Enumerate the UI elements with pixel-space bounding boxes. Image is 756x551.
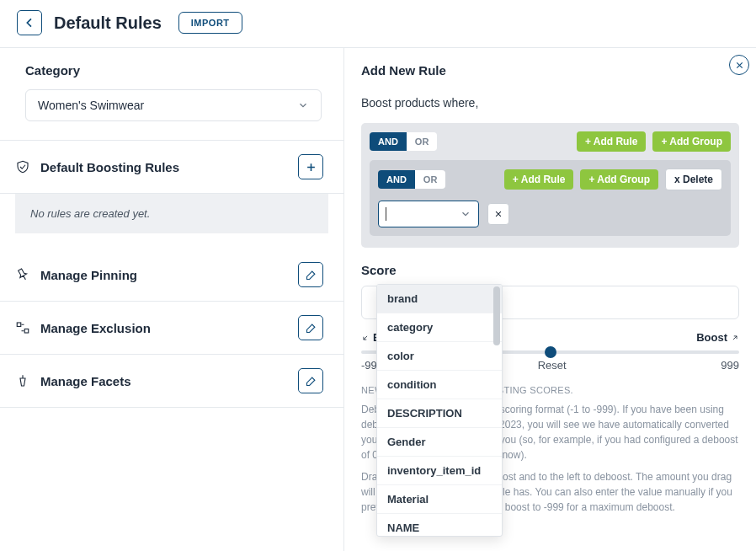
svg-rect-1 (24, 329, 29, 334)
slider-handle[interactable] (545, 346, 556, 358)
and-segment[interactable]: AND (378, 170, 415, 189)
dropdown-option[interactable]: DESCRIPTION (377, 399, 502, 428)
slider-max: 999 (721, 359, 739, 372)
edit-icon (305, 269, 317, 281)
category-select[interactable]: Women's Swimwear (25, 89, 322, 121)
add-group-button-inner[interactable]: + Add Group (580, 169, 658, 190)
attribute-dropdown: brand category color condition DESCRIPTI… (376, 284, 503, 537)
chevron-down-icon (460, 208, 471, 220)
rule-group-inner: AND OR + Add Rule + Add Group x Delete (370, 160, 731, 236)
close-icon (494, 210, 503, 218)
dropdown-scrollbar[interactable] (493, 286, 500, 345)
manage-pinning-label: Manage Pinning (40, 268, 137, 282)
edit-facets-button[interactable] (298, 368, 323, 393)
and-or-toggle-inner[interactable]: AND OR (378, 170, 445, 189)
dropdown-option[interactable]: category (377, 313, 502, 342)
add-rule-button-inner[interactable]: + Add Rule (504, 169, 574, 190)
edit-pinning-button[interactable] (298, 262, 323, 287)
dropdown-option[interactable]: NAME (377, 514, 502, 536)
import-button[interactable]: IMPORT (178, 12, 242, 34)
dropdown-option[interactable]: Material (377, 485, 502, 514)
attribute-select[interactable] (378, 201, 479, 227)
edit-icon (305, 322, 317, 334)
or-segment[interactable]: OR (415, 170, 446, 189)
and-segment[interactable]: AND (370, 132, 407, 151)
chevron-down-icon (297, 99, 309, 111)
boost-label: Boost (696, 331, 727, 344)
add-boosting-rule-button[interactable] (298, 154, 323, 179)
manage-facets-label: Manage Facets (40, 374, 131, 388)
edit-icon (305, 375, 317, 388)
rule-group-outer: AND OR + Add Rule + Add Group AND OR (361, 123, 739, 248)
or-segment[interactable]: OR (407, 132, 438, 151)
boosting-rules-title: Default Boosting Rules (40, 160, 179, 174)
close-icon (735, 61, 744, 70)
arrow-left-icon (23, 16, 36, 29)
pin-icon (15, 267, 30, 282)
arrow-down-left-icon (361, 334, 370, 342)
shield-icon (15, 159, 30, 174)
manage-exclusion-label: Manage Exclusion (40, 321, 151, 335)
back-button[interactable] (17, 10, 42, 35)
svg-rect-0 (17, 323, 21, 327)
delete-group-button[interactable]: x Delete (665, 169, 722, 190)
plus-icon (305, 161, 317, 174)
dropdown-option[interactable]: brand (377, 285, 502, 313)
empty-state: No rules are created yet. (15, 194, 328, 233)
page-title: Default Rules (54, 13, 162, 33)
add-group-button-outer[interactable]: + Add Group (652, 131, 731, 152)
dropdown-option[interactable]: color (377, 342, 502, 371)
arrow-up-right-icon (731, 334, 739, 342)
category-label: Category (25, 63, 322, 78)
facets-icon (15, 373, 30, 388)
rule-prompt: Boost products where, (361, 96, 739, 110)
remove-condition-button[interactable] (487, 203, 509, 225)
category-value: Women's Swimwear (38, 99, 144, 112)
edit-exclusion-button[interactable] (298, 315, 323, 340)
dropdown-option[interactable]: Gender (377, 428, 502, 457)
and-or-toggle-outer[interactable]: AND OR (370, 132, 437, 151)
exclusion-icon (15, 320, 30, 335)
dropdown-option[interactable]: condition (377, 371, 502, 399)
close-panel-button[interactable] (729, 55, 749, 75)
text-cursor (386, 207, 386, 221)
panel-title: Add New Rule (361, 63, 739, 78)
dropdown-option[interactable]: inventory_item_id (377, 457, 502, 485)
score-label: Score (361, 263, 739, 277)
add-rule-button-outer[interactable]: + Add Rule (577, 131, 647, 152)
